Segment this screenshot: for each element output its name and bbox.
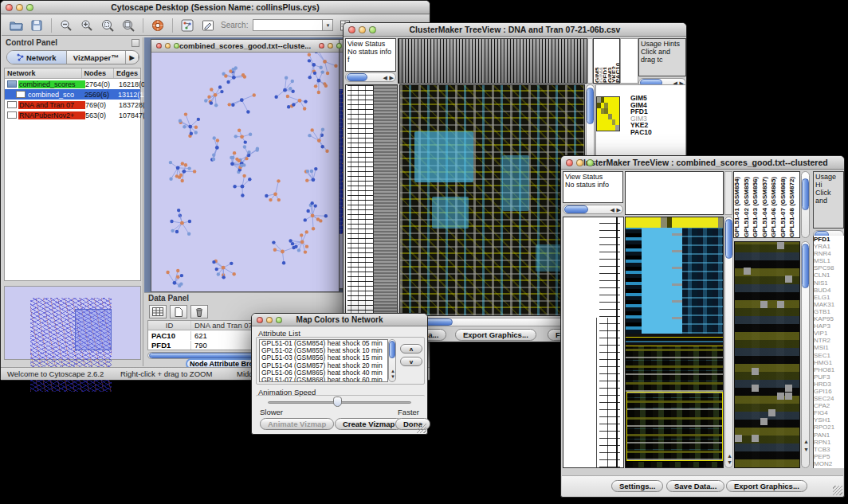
close-button[interactable]	[319, 43, 324, 49]
create-vizmap-button[interactable]: Create Vizmap	[335, 418, 402, 430]
birdseye-viewport-rect[interactable]	[75, 309, 112, 350]
tv2-top-dendrogram[interactable]	[625, 171, 724, 215]
scroll-thumb[interactable]	[389, 341, 395, 358]
dialog-titlebar[interactable]: Map Colors to Network	[252, 314, 427, 326]
zoom-in-icon[interactable]	[79, 18, 95, 33]
move-down-button[interactable]: v	[400, 357, 422, 366]
tv2-status-scrollbar[interactable]: ◀ ▶	[563, 205, 623, 214]
close-button[interactable]	[156, 43, 162, 49]
zoom-cell-gray	[752, 435, 759, 442]
tv2-heatmap[interactable]	[625, 217, 724, 468]
tv2-save-data-button[interactable]: Save Data...	[666, 480, 724, 492]
minimize-button[interactable]	[359, 26, 366, 33]
delete-attribute-icon[interactable]	[190, 305, 208, 318]
tv2-zoom-scrollbar[interactable]: ▲ ▼	[801, 241, 810, 468]
float-panel-icon[interactable]	[132, 39, 139, 47]
new-attribute-icon[interactable]	[170, 305, 187, 318]
tv1-column-labels[interactable]: GIM5GIM4PFD1GIM3YKE2PAC10	[593, 38, 620, 84]
tv2-column-labels[interactable]: GPL51-01 (GSM854)GPL51-02 (GSM855)GPL51-…	[733, 171, 800, 238]
minimize-button[interactable]	[165, 43, 171, 49]
zoom-button[interactable]	[369, 26, 376, 33]
scroll-down-arrow[interactable]: ▼	[391, 373, 395, 380]
network-frame1-titlebar[interactable]: combined_scores_good.txt--cluste...	[151, 40, 339, 53]
search-dropdown-arrow[interactable]: ▾	[323, 19, 333, 31]
treeview1-titlebar[interactable]: ClusterMaker TreeView : DNA and Tran 07-…	[344, 23, 686, 37]
scroll-up-arrow[interactable]: ▲	[803, 439, 809, 445]
network-canvas-main[interactable]	[151, 53, 339, 291]
tab-network[interactable]: Network	[7, 51, 67, 64]
treeview2-titlebar[interactable]: ClusterMaker TreeView : combined_scores_…	[561, 156, 844, 170]
tab-overflow-arrow[interactable]: ▶	[126, 51, 139, 64]
scroll-thumb[interactable]	[725, 219, 732, 259]
scroll-right-arrow[interactable]: ▶	[617, 207, 621, 213]
column-label: GIM3	[607, 39, 611, 83]
speed-slider-thumb[interactable]	[333, 397, 342, 407]
tv2-gene-list[interactable]: PFD1YRA1RNR4MSL1SPC98CLN1NIS1BUD4ELG1MAK…	[813, 236, 844, 468]
network-table-row[interactable]: combined_scores 2764(0) 16218(0)	[5, 79, 140, 89]
attribute-item[interactable]: GPL51-07 (GSM868) heat shock 60 min	[260, 377, 387, 382]
main-titlebar[interactable]: Cytoscape Desktop (Session Name: collins…	[1, 1, 430, 14]
zoom-button[interactable]	[587, 159, 594, 166]
resize-grip[interactable]	[833, 486, 842, 495]
tv2-export-graphics-button[interactable]: Export Graphics...	[726, 480, 807, 492]
network-frame-main[interactable]: combined_scores_good.txt--cluste...	[151, 39, 340, 292]
tv1-export-graphics-button[interactable]: Export Graphics...	[455, 329, 536, 341]
zoom-button[interactable]	[336, 43, 342, 49]
network-table-row[interactable]: DNA and Tran 07 769(0) 183728(0)	[5, 100, 140, 110]
close-button[interactable]	[257, 317, 263, 323]
network-table-row[interactable]: RNAPuberNov2+ 563(0) 107847(0)	[5, 110, 140, 120]
scroll-left-arrow[interactable]: ◀	[383, 75, 387, 81]
scroll-down-arrow[interactable]: ▼	[727, 459, 732, 466]
minimize-button[interactable]	[328, 43, 333, 49]
search-input[interactable]	[253, 19, 323, 31]
close-button[interactable]	[348, 26, 355, 33]
tv1-heatmap[interactable]	[399, 84, 585, 316]
move-up-button[interactable]: ʌ	[400, 344, 422, 354]
zoom-button[interactable]	[26, 4, 33, 11]
zoom-selected-icon[interactable]	[100, 18, 116, 33]
tv1-row-dendrogram[interactable]	[345, 84, 374, 316]
zoom-out-icon[interactable]	[58, 18, 74, 33]
scroll-thumb[interactable]	[347, 73, 367, 81]
tab-vizmapper[interactable]: VizMapper™	[67, 51, 127, 64]
minimize-button[interactable]	[266, 317, 273, 323]
tv2-settings-button[interactable]: Settings...	[611, 480, 663, 492]
scroll-thumb[interactable]	[802, 244, 809, 288]
network-birdseye-view[interactable]	[4, 286, 141, 360]
zoom-button[interactable]	[174, 43, 179, 49]
network-overview-icon[interactable]	[179, 18, 195, 33]
open-folder-icon[interactable]	[8, 18, 24, 33]
annotation-icon[interactable]	[200, 18, 216, 33]
scroll-down-arrow[interactable]: ▼	[803, 447, 809, 453]
zoom-fit-icon[interactable]	[120, 18, 136, 33]
minimize-button[interactable]	[16, 4, 23, 11]
animate-vizmap-button[interactable]: Animate Vizmap	[260, 418, 334, 430]
scroll-thumb[interactable]	[802, 178, 809, 210]
tv2-row-dendrogram[interactable]	[563, 217, 624, 468]
help-ring-icon[interactable]	[150, 18, 166, 33]
attribute-list-scrollbar[interactable]: ▲ ▼	[388, 339, 396, 382]
scroll-up-arrow[interactable]: ▲	[727, 453, 732, 459]
close-button[interactable]	[566, 159, 573, 166]
scroll-right-arrow[interactable]: ▶	[390, 75, 394, 81]
minimize-button[interactable]	[576, 159, 583, 166]
tv2-vscrollbar[interactable]: ▲ ▼	[724, 217, 733, 468]
save-icon[interactable]	[29, 18, 45, 33]
matrix-cell	[615, 114, 619, 119]
resize-grip[interactable]	[417, 424, 426, 433]
close-button[interactable]	[6, 4, 13, 11]
attribute-list[interactable]: GPL51-01 (GSM854) heat shock 05 minGPL51…	[259, 339, 388, 382]
tv1-status-scrollbar[interactable]: ◀ ▶	[345, 72, 396, 82]
tv1-gene-list[interactable]: GIM5GIM4PFD1GIM3YKE2PAC10	[630, 95, 685, 138]
tv1-column-dendrogram[interactable]	[398, 38, 587, 84]
tv2-labels-scrollbar[interactable]	[801, 171, 810, 238]
scroll-left-arrow[interactable]: ◀	[610, 207, 614, 213]
scroll-thumb[interactable]	[587, 88, 594, 124]
network-table-row[interactable]: combined_sco 2569(6) 13112(15)	[5, 89, 140, 100]
zoom-button[interactable]	[276, 317, 282, 323]
tv1-zoom-matrix[interactable]	[596, 96, 620, 131]
tv2-zoom-heatmap[interactable]	[734, 241, 800, 468]
attribute-table-icon[interactable]	[149, 305, 167, 318]
scroll-thumb[interactable]	[564, 205, 588, 213]
heatmap-selection[interactable]	[626, 392, 723, 461]
